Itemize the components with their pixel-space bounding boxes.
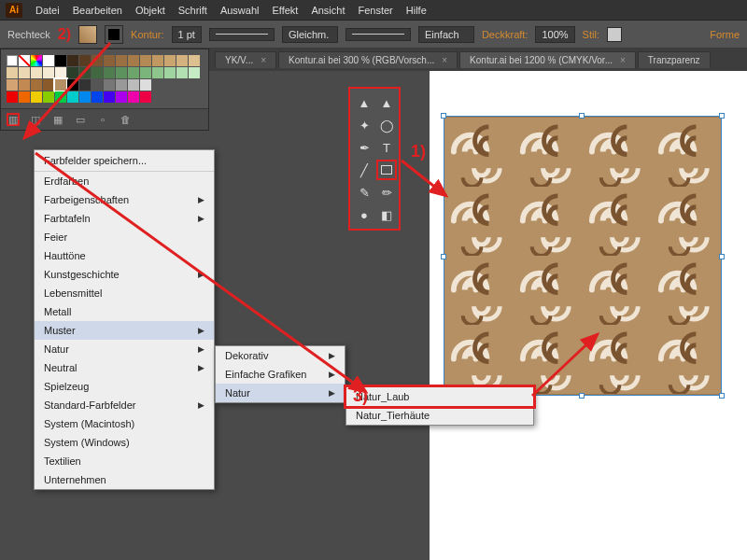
menu-item-feier[interactable]: Feier — [35, 228, 214, 246]
swatch-kind-menu-icon[interactable]: ◫ — [29, 113, 42, 126]
stroke-width-field[interactable]: 1 pt — [172, 26, 202, 43]
eraser-tool-icon[interactable]: ◧ — [376, 204, 397, 225]
menu-item-standard-farbfelder[interactable]: Standard-Farbfelder▶ — [35, 396, 214, 414]
paintbrush-tool-icon[interactable]: ✎ — [354, 182, 374, 203]
menu-hilfe[interactable]: Hilfe — [406, 5, 427, 16]
swatches-panel: ▥ ◫ ▦ ▭ ▫ 🗑 — [0, 49, 209, 131]
submenu-item-natur[interactable]: Natur▶ — [216, 384, 345, 402]
direct-selection-tool-icon[interactable]: ▲ — [376, 92, 397, 113]
selection-handle[interactable] — [719, 254, 725, 259]
rectangle-tool-icon[interactable] — [376, 160, 397, 180]
swatch-panel-footer: ▥ ◫ ▦ ▭ ▫ 🗑 — [1, 108, 208, 130]
pattern-rectangle[interactable] — [444, 116, 722, 396]
submenu-item-natur-tierh-ute[interactable]: Natur_Tierhäute — [346, 406, 533, 425]
close-icon[interactable]: × — [261, 55, 266, 65]
menu-item-system-windows-[interactable]: System (Windows) — [35, 433, 214, 452]
menu-item-textilien[interactable]: Textilien — [35, 452, 214, 470]
pencil-tool-icon[interactable]: ✏ — [376, 182, 397, 203]
brush-field[interactable]: Einfach — [418, 26, 474, 43]
submenu-item-dekorativ[interactable]: Dekorativ▶ — [216, 346, 345, 365]
type-tool-icon[interactable]: T — [376, 137, 397, 158]
menu-item-farbeigenschaften[interactable]: Farbeigenschaften▶ — [35, 190, 214, 209]
selection-handle[interactable] — [719, 393, 725, 399]
swatch-grid[interactable] — [1, 49, 208, 108]
menu-item-erdfarben[interactable]: Erdfarben — [35, 172, 214, 190]
selection-handle[interactable] — [579, 393, 585, 399]
selection-tool-icon[interactable]: ▲ — [354, 92, 374, 113]
menu-item-natur[interactable]: Natur▶ — [35, 340, 214, 358]
menu-item-farbtafeln[interactable]: Farbtafeln▶ — [35, 209, 214, 228]
control-bar: Rechteck 2) Kontur: 1 pt Gleichm. Einfac… — [0, 21, 747, 49]
menu-objekt[interactable]: Objekt — [135, 5, 165, 16]
swatch-options-icon[interactable]: ▦ — [51, 113, 64, 126]
menu-fenster[interactable]: Fenster — [358, 5, 392, 16]
style-label: Stil: — [583, 29, 599, 40]
menu-bearbeiten[interactable]: Bearbeiten — [73, 5, 122, 16]
menu-item-unternehmen[interactable]: Unternehmen — [35, 470, 214, 489]
menu-item-hautt-ne[interactable]: Hauttöne — [35, 246, 214, 265]
menu-item-metall[interactable]: Metall — [35, 302, 214, 321]
opacity-field[interactable]: 100% — [535, 26, 574, 43]
close-icon[interactable]: × — [620, 55, 626, 65]
natur-submenu: Natur_LaubNatur_Tierhäute — [345, 386, 534, 426]
close-icon[interactable]: × — [442, 55, 447, 65]
delete-swatch-icon[interactable]: 🗑 — [119, 113, 132, 126]
swatch-library-menu: Farbfelder speichern... ErdfarbenFarbeig… — [34, 149, 215, 490]
tab-2[interactable]: Kontur.ai bei 1200 % (CMYK/Vor...× — [459, 51, 636, 68]
stroke-swatch-button[interactable] — [105, 25, 123, 44]
menu-auswahl[interactable]: Auswahl — [220, 5, 260, 16]
svg-rect-1 — [444, 118, 721, 394]
menu-ansicht[interactable]: Ansicht — [311, 5, 345, 16]
tab-0[interactable]: YK/V...× — [215, 51, 276, 68]
blob-brush-tool-icon[interactable]: ● — [354, 204, 374, 225]
tab-3[interactable]: Tranzparenz — [638, 51, 711, 68]
app-logo-icon: Ai — [6, 3, 22, 18]
selection-handle[interactable] — [441, 113, 446, 119]
annotation-2: 2) — [58, 26, 71, 43]
menu-item-system-macintosh-[interactable]: System (Macintosh) — [35, 414, 214, 433]
menu-header[interactable]: Farbfelder speichern... — [35, 150, 214, 172]
active-tool-name: Rechteck — [7, 29, 50, 40]
menu-effekt[interactable]: Effekt — [272, 5, 298, 16]
line-tool-icon[interactable]: ╱ — [354, 160, 374, 180]
selection-handle[interactable] — [579, 113, 585, 119]
selection-handle[interactable] — [719, 113, 725, 119]
menu-item-muster[interactable]: Muster▶ — [35, 321, 214, 340]
lasso-tool-icon[interactable]: ◯ — [376, 115, 397, 135]
brush-preview[interactable] — [345, 28, 411, 41]
form-label: Forme — [710, 29, 740, 40]
submenu-item-einfache-grafiken[interactable]: Einfache Grafiken▶ — [216, 365, 345, 384]
annotation-1: 1) — [411, 142, 426, 161]
selection-handle[interactable] — [441, 254, 446, 259]
menu-item-spielzeug[interactable]: Spielzeug — [35, 377, 214, 396]
menu-item-kunstgeschichte[interactable]: Kunstgeschichte▶ — [35, 265, 214, 284]
submenu-item-natur-laub[interactable]: Natur_Laub — [346, 387, 533, 406]
profile-field[interactable]: Gleichm. — [282, 26, 338, 43]
swatch-library-menu-icon[interactable]: ▥ — [7, 113, 20, 126]
menu-item-neutral[interactable]: Neutral▶ — [35, 358, 214, 377]
annotation-3: 3) — [353, 386, 368, 406]
new-swatch-icon[interactable]: ▫ — [96, 113, 109, 126]
kontur-label: Kontur: — [131, 29, 163, 40]
fill-swatch-button[interactable] — [78, 25, 97, 44]
opacity-label: Deckkraft: — [482, 29, 529, 40]
stroke-profile-dropdown[interactable] — [209, 28, 275, 41]
pen-tool-icon[interactable]: ✒ — [354, 137, 374, 158]
toolbox-panel: ▲ ▲ ✦ ◯ ✒ T ╱ ✎ ✏ ● ◧ — [348, 87, 401, 231]
menu-schrift[interactable]: Schrift — [178, 5, 207, 16]
main-menubar: Ai Datei Bearbeiten Objekt Schrift Auswa… — [0, 0, 747, 21]
magic-wand-tool-icon[interactable]: ✦ — [354, 115, 374, 135]
muster-submenu: Dekorativ▶Einfache Grafiken▶Natur▶ — [215, 345, 345, 403]
new-color-group-icon[interactable]: ▭ — [74, 113, 87, 126]
menu-item-lebensmittel[interactable]: Lebensmittel — [35, 284, 214, 302]
tab-1[interactable]: Kontur.ai bei 300 % (RGB/Vorsch...× — [278, 51, 458, 68]
style-dropdown[interactable] — [607, 27, 622, 42]
menu-datei[interactable]: Datei — [35, 5, 60, 16]
swirl-pattern-icon — [444, 117, 721, 395]
